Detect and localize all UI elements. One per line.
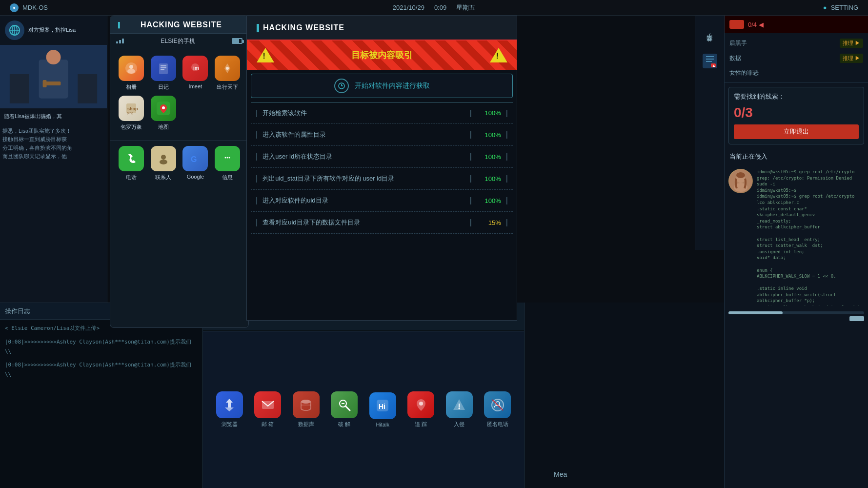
svg-point-25 bbox=[162, 106, 165, 109]
hacking-status-label: 当前正在侵入 bbox=[725, 148, 868, 165]
svg-rect-14 bbox=[159, 63, 168, 74]
app-imeet[interactable]: im Imeet bbox=[182, 56, 209, 91]
chevron-left-icon[interactable]: ‹ bbox=[708, 30, 711, 39]
svg-point-29 bbox=[225, 157, 226, 159]
signal-bars bbox=[116, 39, 124, 43]
battery-icon bbox=[232, 38, 242, 44]
os-name: MDK-OS bbox=[22, 4, 48, 11]
dock-mail[interactable]: 邮 箱 bbox=[254, 391, 281, 428]
app-google-icon: G bbox=[182, 146, 208, 171]
svg-point-36 bbox=[736, 172, 745, 178]
app-travel[interactable]: 出行天下 bbox=[214, 56, 241, 91]
clues-title: 需要找到的线索： bbox=[734, 92, 859, 101]
dock-anon-icon bbox=[484, 391, 511, 418]
dock-track-icon bbox=[407, 391, 434, 418]
hacking-status-bar: 开始对软件内容进行获取 bbox=[251, 74, 513, 98]
svg-rect-15 bbox=[161, 65, 166, 66]
hack-task-row-4: | 进入对应软件的uid目录 | 100% | bbox=[251, 190, 513, 212]
dock-hitalk[interactable]: Hi Hitalk bbox=[369, 392, 396, 427]
bar2 bbox=[119, 40, 121, 43]
app-map[interactable]: 地图 bbox=[150, 96, 177, 131]
terminal-scrollbar[interactable] bbox=[728, 311, 864, 314]
settings-dot: ● bbox=[823, 4, 827, 11]
left-article-intro: 随着Lisa被爆出骗婚，其 bbox=[0, 108, 107, 124]
app-diary[interactable]: 日记 bbox=[150, 56, 177, 91]
dock-db[interactable]: 数据库 bbox=[293, 391, 320, 428]
app-messages[interactable]: 信息 bbox=[214, 146, 241, 181]
share-icon: ▲ bbox=[700, 51, 720, 71]
svg-point-31 bbox=[229, 157, 230, 159]
svg-rect-9 bbox=[46, 81, 61, 85]
svg-text:Hi: Hi bbox=[379, 403, 385, 410]
svg-text:▲: ▲ bbox=[712, 63, 716, 68]
phone-name: ELSIE的手机 bbox=[161, 37, 195, 45]
dock-hitalk-icon: Hi bbox=[369, 392, 396, 419]
warning-icon-right bbox=[490, 47, 507, 64]
avatar bbox=[728, 169, 753, 193]
dock-decrypt-icon bbox=[331, 391, 358, 418]
right-item-badge-0[interactable]: 推理 ▶ bbox=[840, 39, 863, 48]
phone-status-bar: ELSIE的手机 bbox=[110, 34, 248, 48]
bar1 bbox=[116, 41, 118, 43]
right-item-badge-1[interactable]: 推理 ▶ bbox=[840, 54, 863, 63]
app-phone-call[interactable]: 电话 bbox=[118, 146, 145, 181]
settings-label[interactable]: SETTING bbox=[831, 4, 858, 11]
svg-text:shop: shop bbox=[127, 106, 138, 111]
warning-text: 目标被内容吸引 bbox=[351, 49, 413, 61]
warning-icon-left bbox=[257, 47, 274, 64]
app-contacts[interactable]: 联系人 bbox=[150, 146, 177, 181]
app-google-label: Google bbox=[187, 174, 204, 180]
hack-task-percent-0: 100% bbox=[477, 109, 501, 117]
svg-point-53 bbox=[419, 402, 423, 406]
app-photo[interactable]: 相册 bbox=[118, 56, 145, 91]
right-item-2: 女性的罪恶 bbox=[725, 66, 868, 80]
hack-task-text-0: 开始检索该软件 bbox=[262, 109, 465, 118]
right-item-label-1: 数据 bbox=[729, 54, 741, 62]
dock-track[interactable]: 追 踪 bbox=[407, 391, 434, 428]
svg-rect-10 bbox=[43, 80, 47, 87]
svg-rect-39 bbox=[706, 59, 714, 60]
app-shopping-label: 包罗万象 bbox=[121, 123, 142, 131]
app-shopping-icon: shop ping bbox=[119, 96, 144, 121]
svg-rect-40 bbox=[706, 61, 712, 62]
dock-hitalk-label: Hitalk bbox=[376, 422, 389, 427]
svg-rect-16 bbox=[161, 67, 166, 68]
log-line-2: \\ bbox=[5, 347, 198, 357]
left-panel-image bbox=[0, 45, 107, 108]
app-google[interactable]: G Google bbox=[182, 146, 209, 181]
left-panel-header: 对方报案，指控Lisa bbox=[0, 16, 107, 45]
datetime-area: 2021/10/29 0:09 星期五 bbox=[393, 3, 475, 12]
right-item-label-2: 女性的罪恶 bbox=[729, 69, 759, 77]
hack-task-table: | 开始检索该软件 | 100% | | 进入该软件的属性目录 | 100% |… bbox=[251, 102, 513, 234]
dock-mail-icon bbox=[254, 391, 281, 418]
dock-intrude[interactable]: 入侵 bbox=[446, 391, 473, 428]
svg-rect-8 bbox=[78, 74, 97, 103]
operation-log-panel: 操作日志 ⊞ 展 < Elsie Cameron/Lisa以文件上传> [0:0… bbox=[0, 303, 202, 488]
dock-browser-label: 浏览器 bbox=[222, 421, 238, 428]
dock-browser-icon bbox=[216, 391, 243, 418]
right-item-1[interactable]: 数据 推理 ▶ bbox=[725, 51, 868, 66]
svg-text:im: im bbox=[193, 65, 199, 71]
app-shopping[interactable]: shop ping 包罗万象 bbox=[118, 96, 145, 131]
exit-button[interactable]: 立即退出 bbox=[734, 124, 859, 139]
app-diary-icon bbox=[151, 56, 176, 81]
hacking-status-icon bbox=[334, 79, 349, 93]
hack-task-text-4: 进入对应软件的uid目录 bbox=[262, 196, 465, 205]
main-content: 对方报案，指控Lisa 随着Lisa被爆出骗婚，其 bbox=[0, 16, 868, 488]
settings-area[interactable]: ● SETTING bbox=[823, 4, 858, 11]
hack-task-percent-5: 15% bbox=[477, 219, 501, 226]
right-top-bar: 0/4 ◀ bbox=[725, 16, 868, 33]
scroll-thumb-small bbox=[849, 316, 864, 321]
right-item-0[interactable]: 后黑手 推理 ▶ bbox=[725, 36, 868, 51]
app-phone-label: 电话 bbox=[126, 174, 137, 181]
dock-anon[interactable]: 匿名电话 bbox=[484, 391, 511, 428]
hacking-panel-title: HACKING WEBSITE bbox=[263, 23, 344, 32]
svg-point-55 bbox=[459, 407, 460, 409]
score-display: 0/4 ◀ bbox=[748, 21, 764, 28]
dock-browser[interactable]: 浏览器 bbox=[216, 391, 243, 428]
dock-decrypt[interactable]: 破 解 bbox=[331, 391, 358, 428]
clues-box: 需要找到的线索： 0/3 立即退出 bbox=[728, 87, 864, 144]
news-logo bbox=[5, 20, 24, 40]
avatar-area: idmin@wkst05:~$ grep root /etc/crypto gr… bbox=[725, 165, 868, 309]
battery-fill bbox=[233, 39, 239, 43]
